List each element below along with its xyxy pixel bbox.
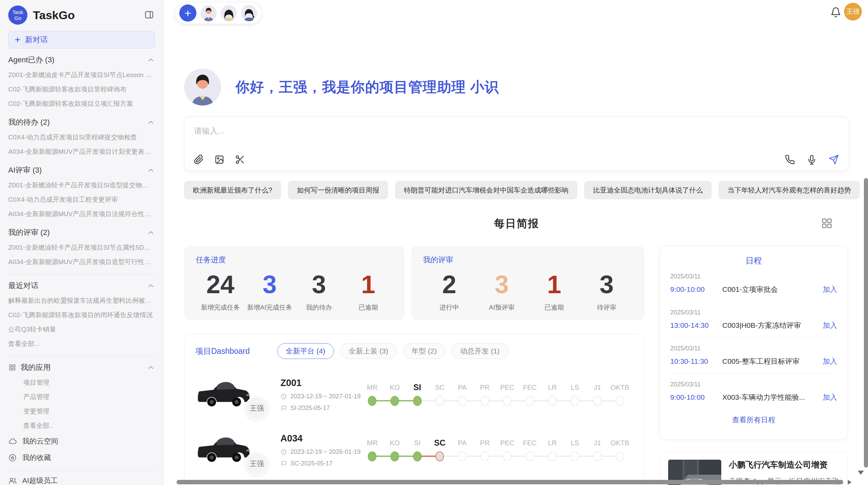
voice-call-button[interactable] bbox=[784, 154, 795, 165]
sidebar-item[interactable]: A034-全新新能源MUV产品开发项目法规符合性评审 bbox=[8, 207, 155, 221]
insert-image-button[interactable] bbox=[214, 154, 225, 165]
milestone-dot bbox=[458, 396, 467, 406]
add-session-button[interactable]: + bbox=[179, 4, 196, 22]
schedule-name: C001-立项审批会 bbox=[722, 285, 823, 294]
milestone-cell: SC bbox=[429, 381, 451, 408]
milestone-dot bbox=[368, 396, 376, 406]
user-name: 王强 bbox=[846, 7, 859, 16]
scroll-down-arrow[interactable] bbox=[858, 471, 864, 475]
join-button[interactable]: 加入 bbox=[823, 357, 837, 366]
sidebar-item[interactable]: C02-飞腾新能源轻客改款项目里程碑画布 bbox=[8, 82, 155, 97]
project-info: A034 2023-12-19 ~ 2026-01-19 SC-2025-05-… bbox=[280, 433, 361, 467]
sidebar-item[interactable]: C0X4-动力总成开发项目SI里程碑提交物检查 bbox=[8, 130, 155, 145]
milestone-label: FEC bbox=[519, 437, 541, 449]
milestone-label: PEC bbox=[496, 381, 519, 394]
user-avatar[interactable]: 王强 bbox=[844, 3, 862, 21]
stat: 1 已逾期 bbox=[528, 271, 580, 312]
sidebar-item[interactable]: Z001-全新燃油轻卡产品开发项目SI节点属性5D文件评审 bbox=[8, 240, 155, 255]
app-item-change-mgmt[interactable]: 变更管理 bbox=[8, 404, 155, 419]
sidebar-item[interactable]: C0X4-动力总成开发项目工程变更评审 bbox=[8, 192, 155, 207]
phone-icon bbox=[785, 154, 795, 165]
microphone-icon bbox=[807, 154, 817, 165]
sidebar-item-cloud-space[interactable]: 我的云空间 bbox=[8, 433, 155, 449]
section-header-my-todo[interactable]: 我的待办 (2) bbox=[8, 114, 155, 130]
section-header-agent-done[interactable]: Agent已办 (3) bbox=[8, 52, 155, 68]
view-all-apps-link[interactable]: 查看全部.. bbox=[8, 419, 155, 433]
join-button[interactable]: 加入 bbox=[823, 285, 837, 294]
milestone-dot bbox=[481, 396, 489, 406]
suggestion-chip[interactable]: 特朗普可能对进口汽车增税会对中国车企造成哪些影响 bbox=[395, 181, 577, 199]
composer-right-actions bbox=[784, 154, 839, 165]
milestone-label: LS bbox=[564, 437, 586, 449]
recent-chat-item[interactable]: 公司Q3轻卡销量 bbox=[8, 322, 155, 337]
view-all-schedule-link[interactable]: 查看所有日程 bbox=[732, 415, 775, 425]
avatar[interactable] bbox=[201, 5, 217, 21]
people-icon bbox=[8, 476, 17, 485]
tab-powertrain[interactable]: 动总开发 (1) bbox=[451, 343, 508, 359]
join-button[interactable]: 加入 bbox=[823, 393, 837, 402]
sidebar-item[interactable]: A034-全新新能源MUV产品开发项目计划变更表编写 bbox=[8, 145, 155, 159]
send-button[interactable] bbox=[828, 154, 839, 165]
notifications-button[interactable] bbox=[830, 6, 842, 19]
suggestion-chip[interactable]: 当下年轻人对汽车外观有怎样的喜好趋势 bbox=[719, 181, 860, 199]
schedule-item: 2025/03/11 9:00-10:00 C001-立项审批会 加入 bbox=[670, 266, 837, 302]
schedule-date: 2025/03/11 bbox=[670, 381, 837, 388]
milestone-cell: KO bbox=[384, 381, 406, 408]
stat-value: 3 bbox=[294, 271, 344, 298]
milestone-cell: PA bbox=[451, 381, 474, 408]
avatar[interactable] bbox=[241, 5, 257, 21]
stats-row: 2 进行中 3 AI预评审 1 已逾期 3 待评审 bbox=[423, 271, 633, 312]
project-row[interactable]: 王强 A034 2023-12-19 ~ 2026-01-19 SC-2025-… bbox=[184, 420, 644, 475]
stat: 3 AI预评审 bbox=[475, 271, 528, 312]
section-header-my-apps[interactable]: 我的应用 bbox=[8, 360, 155, 375]
suggestion-chip[interactable]: 欧洲新规最近颁布了什么? bbox=[184, 181, 281, 199]
sidebar-item[interactable]: A034-全新新能源MUV产品开发项目造型可行性评审 bbox=[8, 255, 155, 269]
scroll-right-arrow[interactable] bbox=[848, 480, 852, 485]
attach-button[interactable] bbox=[193, 154, 204, 165]
join-button[interactable]: 加入 bbox=[823, 321, 837, 330]
view-all-chats-link[interactable]: 查看全部... bbox=[8, 337, 155, 351]
section-header-my-review[interactable]: 我的评审 (2) bbox=[8, 225, 155, 240]
suggestion-chip[interactable]: 比亚迪全固态电池计划具体说了什么 bbox=[584, 181, 712, 199]
milestone-dot bbox=[503, 451, 511, 461]
app-item-project-mgmt[interactable]: 项目管理 bbox=[8, 375, 155, 390]
owner-name: 王强 bbox=[250, 403, 264, 413]
clock-icon bbox=[280, 449, 287, 455]
section-header-recent-chats[interactable]: 最近对话 bbox=[8, 278, 155, 294]
section-header-ai-review[interactable]: AI评审 (3) bbox=[8, 162, 155, 178]
microphone-button[interactable] bbox=[806, 154, 817, 165]
milestone-cell: PR bbox=[473, 381, 496, 408]
sidebar-item[interactable]: C02-飞腾新能源轻客改款项目立项汇报方案 bbox=[8, 97, 155, 111]
sidebar-item-favorites[interactable]: 我的收藏 bbox=[8, 449, 155, 466]
milestone-dot bbox=[526, 396, 534, 406]
flag-icon bbox=[280, 460, 287, 467]
milestone-label: LR bbox=[541, 381, 564, 394]
schedule-date: 2025/03/11 bbox=[670, 345, 837, 352]
vertical-scrollbar[interactable] bbox=[864, 178, 868, 468]
milestone-dot bbox=[616, 451, 624, 461]
truck-image bbox=[195, 434, 253, 467]
project-row[interactable]: 王强 Z001 2023-12-19 ~ 2027-01-19 SI-2025-… bbox=[184, 364, 644, 420]
message-input[interactable] bbox=[184, 117, 849, 148]
avatar[interactable] bbox=[221, 5, 237, 21]
snippet-button[interactable] bbox=[234, 154, 245, 165]
suggestion-chip[interactable]: 如何写一份清晰的项目周报 bbox=[288, 181, 388, 199]
layout-grid-button[interactable] bbox=[820, 217, 833, 230]
section-title: 我的应用 bbox=[21, 362, 51, 373]
sidebar-item-ai-employee[interactable]: AI超级员工 bbox=[8, 472, 155, 485]
recent-chat-item[interactable]: C02-飞腾新能源轻客改款项目的闭环通告反馈情况 bbox=[8, 308, 155, 322]
new-chat-button[interactable]: + 新对话 bbox=[8, 31, 155, 49]
tab-new-bodywork[interactable]: 全新上装 (3) bbox=[340, 343, 397, 359]
horizontal-scrollbar[interactable] bbox=[177, 480, 843, 484]
tab-model-year[interactable]: 年型 (2) bbox=[403, 343, 446, 359]
milestone-cell: MR bbox=[361, 437, 384, 463]
app-item-product-mgmt[interactable]: 产品管理 bbox=[8, 390, 155, 404]
recent-chat-item[interactable]: 解释最新出台的欧盟报废车法规再生塑料比例被调至15%... bbox=[8, 294, 155, 308]
sidebar-collapse-button[interactable] bbox=[143, 9, 155, 21]
stat-label: 已逾期 bbox=[343, 303, 393, 312]
tab-all-new-platform[interactable]: 全新平台 (4) bbox=[277, 343, 334, 359]
sidebar-item[interactable]: Z001-全新燃油皮卡产品开发项目SI节点Lesson Learn报告 bbox=[8, 68, 155, 82]
milestone-cell: PEC bbox=[496, 381, 519, 408]
milestone-cell: SI bbox=[406, 381, 429, 408]
sidebar-item[interactable]: Z001-全新燃油轻卡产品开发项目SI造型提交物评审 bbox=[8, 178, 155, 192]
